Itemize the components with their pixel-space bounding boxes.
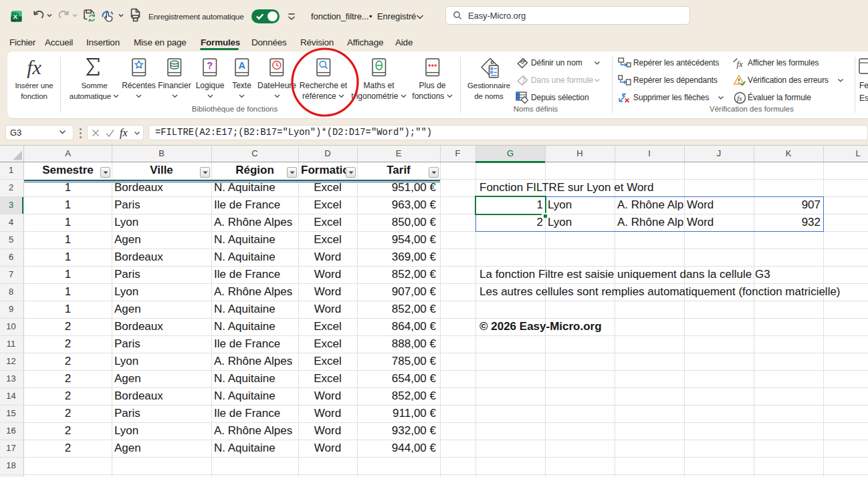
svg-text:fx: fx: [737, 59, 744, 69]
svg-text:A: A: [238, 60, 245, 71]
svg-text:fx: fx: [522, 79, 526, 85]
svg-text:?: ?: [207, 60, 213, 71]
svg-text:X: X: [13, 13, 18, 20]
svg-text:fx: fx: [737, 94, 742, 102]
